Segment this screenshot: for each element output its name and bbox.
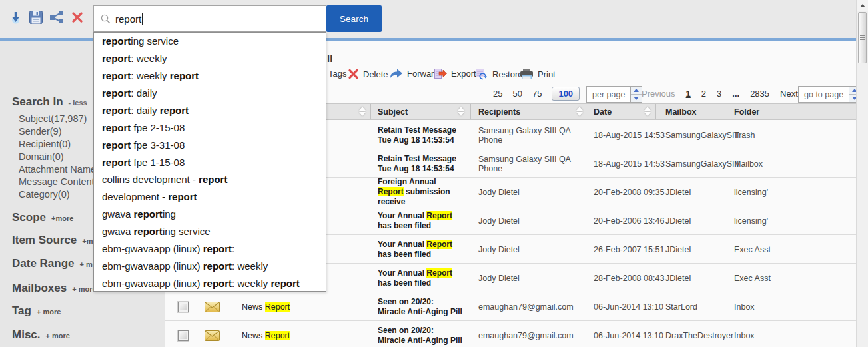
page-size-75[interactable]: 75 — [532, 89, 542, 99]
page-number-1[interactable]: 1 — [686, 89, 691, 99]
page-size-50[interactable]: 50 — [512, 89, 522, 99]
cell-sender: News Report — [242, 321, 327, 347]
save-icon[interactable] — [29, 9, 43, 25]
cell-subject: Your Annual Report has been filed — [378, 264, 463, 292]
sort-sender[interactable] — [359, 107, 366, 117]
suggestion-item[interactable]: report: daily — [94, 85, 326, 102]
page-ellipsis: ... — [732, 89, 739, 99]
page-number-3[interactable]: 3 — [717, 89, 721, 99]
spin-up-icon[interactable] — [634, 89, 639, 92]
page-size-group: 255075100 — [493, 87, 580, 101]
next-page-button[interactable]: Next — [780, 89, 798, 99]
facet-item[interactable]: Attachment Name — [19, 163, 97, 176]
goto-page-spinner[interactable]: go to page — [798, 86, 861, 103]
suggestion-item[interactable]: report fpe 2-15-08 — [94, 119, 326, 137]
forward-button[interactable]: Forward — [390, 69, 439, 79]
facet-item[interactable]: Message Content( — [19, 176, 97, 188]
sidebar-section-tag[interactable]: Tag+ more — [12, 304, 61, 318]
search-input[interactable]: report — [93, 5, 326, 32]
suggestion-item[interactable]: reporting service — [94, 33, 326, 50]
toolbar-label: Delete — [363, 69, 388, 79]
cell-date: 18-Aug-2015 14:53 — [594, 149, 663, 178]
page-size-25[interactable]: 25 — [493, 89, 502, 99]
table-row[interactable]: News ReportSeen on 20/20: Miracle Anti-A… — [165, 321, 856, 347]
sort-subject[interactable] — [458, 107, 464, 117]
table-row[interactable]: News ReportSeen on 20/20: Miracle Anti-A… — [165, 292, 856, 321]
column-header-recipients[interactable]: Recipients — [478, 107, 520, 117]
suggestion-item[interactable]: ebm-gwavaapp (linux) report: weekly repo… — [94, 275, 326, 292]
spin-down-icon[interactable] — [634, 97, 639, 100]
column-header-folder[interactable]: Folder — [734, 107, 759, 117]
scrollbar-thumb[interactable] — [858, 12, 867, 63]
cell-mailbox: DraxTheDestroyer — [665, 321, 729, 347]
per-page-stepper[interactable] — [630, 87, 642, 102]
facet-item[interactable]: Category(0) — [19, 188, 97, 201]
facet-item[interactable]: Sender(9) — [19, 125, 97, 138]
less-toggle[interactable]: - less — [69, 99, 87, 107]
row-checkbox[interactable] — [178, 302, 189, 312]
print-button[interactable]: Print — [520, 69, 556, 80]
suggestion-item[interactable]: report: weekly report — [94, 67, 326, 85]
more-toggle[interactable]: + more — [46, 332, 70, 340]
sidebar-section-mailboxes[interactable]: Mailboxes+ more — [12, 282, 97, 295]
cell-date: 18-Aug-2015 14:53 — [594, 121, 663, 149]
page-number-2835[interactable]: 2835 — [750, 89, 769, 99]
cell-folder: Exec Asst — [734, 264, 841, 292]
export-arrow-icon — [434, 69, 447, 79]
row-checkbox[interactable] — [178, 330, 189, 341]
sidebar-section-date-range[interactable]: Date Range+ more — [12, 257, 104, 270]
column-header-subject[interactable]: Subject — [378, 107, 408, 117]
cell-date: 28-Feb-2008 08:43 — [594, 264, 663, 292]
download-icon[interactable] — [8, 9, 23, 25]
page-number-2[interactable]: 2 — [701, 89, 706, 99]
sort-recipients[interactable] — [576, 107, 583, 117]
export-button[interactable]: Export — [434, 69, 476, 79]
cell-subject: Your Annual Report has been filed — [378, 235, 463, 264]
envelope-icon — [205, 330, 220, 341]
delete-x-icon — [348, 69, 359, 79]
more-toggle[interactable]: +more — [51, 214, 73, 222]
search-in-header: Search In- less — [12, 95, 87, 109]
more-toggle[interactable]: + more — [37, 308, 61, 316]
column-header-date[interactable]: Date — [594, 107, 612, 117]
suggestion-item[interactable]: collins development - report — [94, 171, 326, 188]
cell-folder: Inbox — [734, 321, 841, 347]
search-button[interactable]: Search — [326, 5, 382, 32]
cell-recipients: Jody Dietel — [478, 178, 592, 206]
cell-subject: Retain Test Message Tue Aug 18 14:53:54 — [378, 121, 463, 149]
tags-button[interactable]: Tags — [328, 69, 346, 79]
cell-mailbox: JDietel — [665, 235, 729, 264]
column-separator — [727, 104, 727, 119]
sidebar-section-scope[interactable]: Scope+more — [12, 211, 73, 224]
suggestion-item[interactable]: gwava reporting — [94, 206, 326, 223]
suggestion-item[interactable]: report fpe 1-15-08 — [94, 154, 326, 171]
suggestion-item[interactable]: development - report — [94, 188, 326, 206]
cell-subject: Seen on 20/20: Miracle Anti-Aging Pill — [378, 321, 463, 347]
facet-item[interactable]: Domain(0) — [19, 151, 97, 163]
previous-page-button[interactable]: Previous — [642, 89, 675, 99]
suggestion-item[interactable]: gwava reporting service — [94, 223, 326, 240]
cell-date: 26-Feb-2007 15:51 — [594, 235, 663, 264]
section-label: Mailboxes — [12, 282, 67, 294]
sidebar-section-item-source[interactable]: Item Source+more — [12, 234, 105, 247]
vertical-scrollbar[interactable] — [856, 0, 868, 347]
column-header-mailbox[interactable]: Mailbox — [665, 107, 697, 117]
share-icon[interactable] — [49, 9, 64, 25]
sidebar-section-misc[interactable]: Misc.+ more — [12, 328, 70, 342]
per-page-spinner[interactable]: per page — [586, 86, 642, 103]
suggestion-item[interactable]: report fpe 3-31-08 — [94, 137, 326, 154]
page-size-100[interactable]: 100 — [552, 87, 580, 101]
facet-item[interactable]: Recipient(0) — [19, 138, 97, 151]
clear-search-icon[interactable] — [70, 9, 85, 25]
suggestion-item[interactable]: ebm-gwavaapp (linux) report: weekly — [94, 258, 326, 275]
cell-date: 20-Feb-2006 13:46 — [594, 206, 663, 235]
facet-item[interactable]: Subject(17,987) — [19, 113, 97, 125]
restore-button[interactable]: Restore — [476, 69, 523, 80]
suggestion-item[interactable]: report: daily report — [94, 102, 326, 119]
delete-button[interactable]: Delete — [348, 69, 388, 79]
sort-date[interactable] — [644, 107, 651, 117]
cell-folder: licensing' — [734, 178, 841, 206]
scroll-up-button[interactable] — [857, 0, 868, 11]
suggestion-item[interactable]: ebm-gwavaapp (linux) report: — [94, 240, 326, 258]
suggestion-item[interactable]: report: weekly — [94, 50, 326, 67]
